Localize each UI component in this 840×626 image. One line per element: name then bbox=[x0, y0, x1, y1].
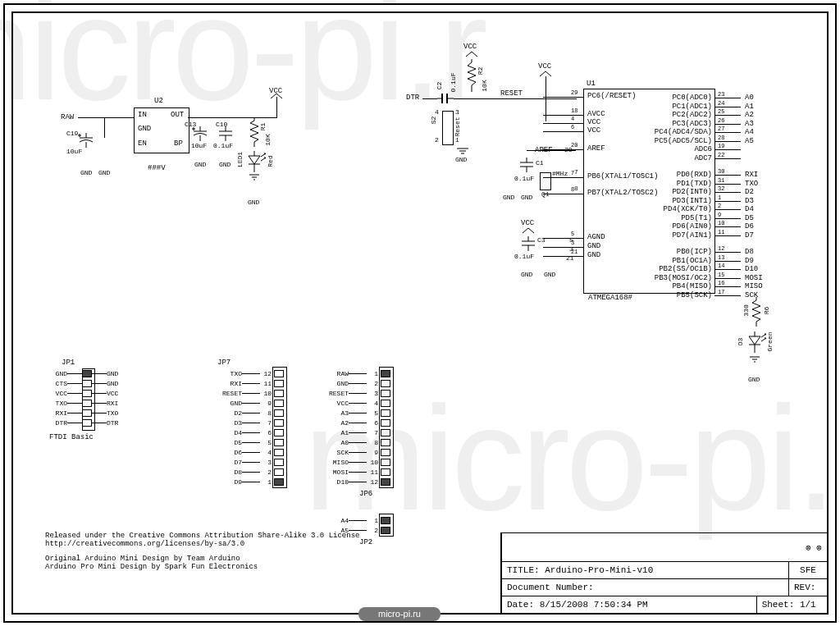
c13-ref: C13 bbox=[185, 121, 196, 128]
c3-val: 0.1uF bbox=[514, 253, 534, 260]
d3-color: Green bbox=[766, 331, 774, 351]
date: 8/15/2008 7:50:34 PM bbox=[540, 600, 648, 610]
gnd: GND bbox=[194, 161, 206, 168]
title-label: TITLE: bbox=[507, 565, 540, 575]
c3-symbol bbox=[521, 236, 536, 251]
u2-in: IN bbox=[138, 111, 147, 119]
u1-part: ATMEGA168# bbox=[588, 294, 632, 302]
license-text: Released under the Creative Commons Attr… bbox=[45, 532, 359, 571]
jp1-ref: JP1 bbox=[62, 359, 75, 367]
sheet: 1/1 bbox=[800, 600, 816, 610]
c19-ref: C19 bbox=[66, 130, 78, 137]
gnd: GND bbox=[248, 199, 259, 206]
gnd: GND bbox=[544, 271, 555, 278]
c2-symbol bbox=[437, 94, 454, 103]
s2-ref: S2 bbox=[430, 117, 437, 125]
gnd: GND bbox=[98, 169, 110, 176]
gnd: GND bbox=[521, 271, 532, 278]
gnd: GND bbox=[219, 161, 231, 168]
r1-symbol bbox=[249, 117, 259, 147]
c2-val: 0.1uF bbox=[450, 72, 457, 92]
title: Arduino-Pro-Mini-v10 bbox=[545, 565, 653, 575]
u1-ref: U1 bbox=[587, 80, 596, 88]
title-block: ⊗ ⊗ TITLE: Arduino-Pro-Mini-v10 SFE Docu… bbox=[500, 532, 827, 613]
r1-ref: R1 bbox=[259, 123, 267, 131]
dtr: DTR bbox=[406, 94, 419, 102]
r6-val: 330 bbox=[742, 304, 750, 316]
gnd: GND bbox=[748, 376, 760, 383]
r2-ref: R2 bbox=[477, 67, 484, 75]
jp1: GND GND CTS GND VCC VCC TXO RXI RXI TXO … bbox=[49, 368, 126, 427]
c10-symbol bbox=[218, 126, 233, 141]
reset-net: RESET bbox=[500, 89, 523, 98]
u2-bp: BP bbox=[174, 139, 183, 148]
sfe: SFE bbox=[789, 562, 828, 579]
r1-val: 10K bbox=[264, 134, 272, 145]
jp1-note: FTDI Basic bbox=[49, 433, 94, 441]
jp7-ref: JP7 bbox=[217, 359, 231, 367]
led1-color: Red bbox=[267, 155, 274, 167]
c1-symbol bbox=[519, 158, 534, 172]
r2-val: 10K bbox=[481, 80, 488, 91]
c10-ref: C10 bbox=[216, 121, 227, 128]
svg-marker-41 bbox=[749, 336, 760, 345]
watermark-pill: micro-pi.ru bbox=[358, 607, 441, 621]
q1-body bbox=[540, 172, 551, 190]
u2-ref: U2 bbox=[154, 97, 163, 105]
d3-ref: D3 bbox=[737, 338, 744, 346]
c1-val: 0.1uF bbox=[514, 175, 534, 182]
regulator-section: U2 IN OUT GND EN BP ###V RAW C19 10uF GN… bbox=[49, 90, 320, 238]
c10-val: 0.1uF bbox=[213, 142, 233, 149]
gnd: GND bbox=[80, 169, 92, 176]
vcc: VCC bbox=[521, 219, 534, 227]
u2-en: EN bbox=[138, 139, 147, 148]
u2-out: OUT bbox=[171, 111, 184, 119]
s2-name: Reset bbox=[454, 117, 461, 136]
docnum-label: Document Number: bbox=[502, 579, 789, 596]
r2-symbol bbox=[467, 59, 477, 92]
c1-ref: C1 bbox=[536, 159, 544, 167]
u2-gnd: GND bbox=[138, 125, 151, 133]
vcc: VCC bbox=[463, 43, 477, 51]
u2-note: ###V bbox=[148, 164, 166, 172]
svg-marker-15 bbox=[249, 156, 260, 164]
sheet-label: Sheet: bbox=[762, 600, 795, 610]
jp2-ref: JP2 bbox=[359, 538, 372, 546]
green-led-section: 330 R6 D3 Green GND bbox=[738, 297, 788, 404]
gnd: GND bbox=[503, 194, 514, 201]
vcc: VCC bbox=[538, 62, 551, 71]
rev-label: REV: bbox=[789, 579, 828, 596]
jp7: TXO 12 RXI 11 RESET 10 GND 9 D2 8 D3 bbox=[217, 368, 284, 487]
c13-val: 10uF bbox=[191, 142, 207, 149]
c19-symbol bbox=[78, 133, 94, 148]
jp6-ref: JP6 bbox=[359, 490, 372, 498]
r6-symbol bbox=[751, 297, 761, 327]
c2-ref: C2 bbox=[436, 82, 443, 90]
raw-net: RAW bbox=[61, 113, 74, 121]
led1-ref: LED1 bbox=[236, 152, 244, 167]
q1-mhz: #MHz bbox=[552, 170, 568, 177]
date-label: Date: bbox=[507, 600, 534, 610]
r6-ref: R6 bbox=[763, 307, 770, 315]
c19-val: 10uF bbox=[66, 148, 82, 155]
gnd: GND bbox=[521, 194, 532, 201]
c13-symbol bbox=[193, 126, 208, 141]
jp6: RAW 1 GND 2 RESET 3 VCC 4 A3 5 A2 bbox=[324, 368, 390, 487]
s2-body bbox=[442, 111, 454, 145]
